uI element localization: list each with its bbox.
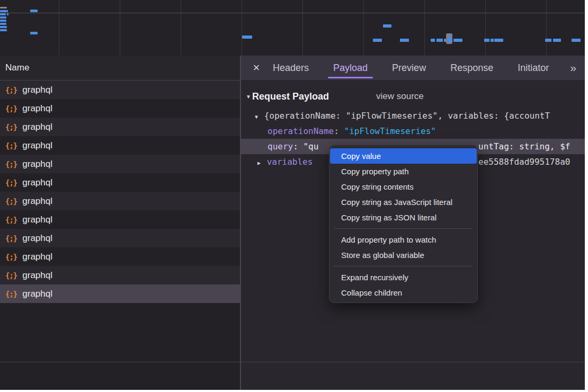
- section-title: Request Payload: [252, 91, 329, 102]
- table-row[interactable]: {;}graphql: [0, 173, 240, 192]
- overview-request-bar: [436, 39, 443, 42]
- detail-tabbar: × HeadersPayloadPreviewResponseInitiator…: [241, 56, 585, 80]
- tab-payload[interactable]: Payload: [332, 56, 369, 80]
- table-row[interactable]: {;}graphql: [0, 247, 240, 266]
- root-preview-text: {operationName: "ipFlowTimeseries", vari…: [264, 111, 550, 121]
- request-name-label: graphql: [22, 85, 52, 95]
- payload-root-node[interactable]: ▼ {operationName: "ipFlowTimeseries", va…: [255, 109, 550, 123]
- request-name-label: graphql: [22, 196, 52, 207]
- overview-request-bar: [0, 16, 6, 19]
- menu-separator: [334, 228, 473, 229]
- section-collapse-icon[interactable]: ▼: [246, 94, 251, 100]
- root-collapse-icon[interactable]: ▼: [255, 114, 258, 120]
- json-braces-icon: {;}: [5, 197, 17, 206]
- table-row[interactable]: {;}graphql: [0, 192, 240, 210]
- tab-response[interactable]: Response: [449, 56, 494, 80]
- overview-request-bar: [7, 13, 8, 15]
- summary-divider: [0, 362, 585, 362]
- requests-panel: Name {;}graphql{;}graphql{;}graphql{;}gr…: [0, 56, 240, 390]
- table-row[interactable]: {;}graphql: [0, 155, 240, 173]
- json-braces-icon: {;}: [5, 160, 17, 168]
- overview-gridline: [546, 0, 547, 56]
- overview-request-bar: [373, 39, 382, 42]
- request-name-label: graphql: [22, 140, 52, 151]
- json-braces-icon: {;}: [5, 271, 17, 280]
- overview-lane-divider: [0, 13, 585, 13]
- request-name-label: graphql: [22, 159, 52, 170]
- json-braces-icon: {;}: [5, 216, 17, 224]
- property-value-right-fragment: untTag: string, $f: [478, 139, 570, 154]
- screenshot-page: Name {;}graphql{;}graphql{;}graphql{;}gr…: [0, 0, 588, 392]
- menu-item-copy-string-contents[interactable]: Copy string contents: [329, 179, 478, 194]
- table-row[interactable]: {;}graphql: [0, 136, 240, 155]
- json-braces-icon: {;}: [5, 104, 17, 113]
- property-key: query: [268, 141, 293, 152]
- name-column-header[interactable]: Name: [0, 56, 240, 81]
- menu-item-copy-value[interactable]: Copy value: [330, 148, 477, 164]
- request-payload-section[interactable]: ▼ Request Payload: [246, 89, 329, 104]
- table-row[interactable]: {;}graphql: [0, 210, 240, 229]
- json-braces-icon: {;}: [5, 141, 17, 150]
- request-name-label: graphql: [22, 252, 52, 262]
- menu-item-add-property-path-to-watch[interactable]: Add property path to watch: [329, 232, 478, 247]
- json-braces-icon: {;}: [5, 253, 17, 261]
- overview-request-bar: [572, 39, 581, 42]
- detail-tabs: HeadersPayloadPreviewResponseInitiator: [272, 56, 550, 80]
- overview-request-bar: [448, 39, 452, 42]
- name-column-label: Name: [5, 63, 29, 73]
- menu-item-collapse-children[interactable]: Collapse children: [329, 285, 478, 300]
- overview-request-bar: [383, 24, 391, 28]
- property-value-left-fragment: "qu: [303, 141, 318, 152]
- menu-item-store-as-global-variable[interactable]: Store as global variable: [329, 247, 478, 263]
- close-icon[interactable]: ×: [250, 56, 263, 80]
- overview-request-bar: [494, 39, 503, 42]
- overview-request-bar: [553, 39, 561, 42]
- tab-initiator[interactable]: Initiator: [516, 56, 550, 80]
- more-tabs-icon[interactable]: »: [570, 61, 576, 74]
- json-braces-icon: {;}: [5, 179, 17, 187]
- overview-request-bar: [0, 7, 7, 8]
- overview-gridline: [363, 0, 364, 56]
- request-list: {;}graphql{;}graphql{;}graphql{;}graphql…: [0, 81, 240, 303]
- overview-gridline: [485, 0, 486, 56]
- property-key: variables: [267, 157, 313, 167]
- payload-row-operationName[interactable]: operationName: "ipFlowTimeseries": [268, 123, 436, 139]
- overview-gridline: [59, 0, 59, 56]
- overview-request-bar: [491, 39, 494, 42]
- table-row[interactable]: {;}graphql: [0, 229, 240, 247]
- overview-request-bar: [400, 39, 409, 42]
- table-row[interactable]: {;}graphql: [0, 99, 240, 118]
- request-name-label: graphql: [22, 103, 52, 114]
- menu-item-copy-string-as-json-literal[interactable]: Copy string as JSON literal: [329, 210, 478, 225]
- request-name-label: graphql: [22, 233, 52, 244]
- overview-request-bar: [453, 39, 462, 42]
- table-row[interactable]: {;}graphql: [0, 266, 240, 284]
- table-row[interactable]: {;}graphql: [0, 81, 240, 99]
- view-source-link[interactable]: view source: [376, 89, 424, 104]
- overview-request-bar: [30, 10, 38, 12]
- menu-item-copy-string-as-javascript-literal[interactable]: Copy string as JavaScript literal: [329, 194, 478, 210]
- overview-request-bar: [0, 23, 6, 25]
- overview-gridline: [242, 0, 242, 56]
- menu-item-expand-recursively[interactable]: Expand recursively: [329, 270, 478, 285]
- network-overview-timeline[interactable]: [0, 0, 585, 56]
- json-braces-icon: {;}: [5, 290, 17, 298]
- json-braces-icon: {;}: [5, 234, 17, 243]
- tab-headers[interactable]: Headers: [272, 56, 310, 80]
- devtools-network-panel: Name {;}graphql{;}graphql{;}graphql{;}gr…: [0, 0, 585, 390]
- table-row[interactable]: {;}graphql: [0, 118, 240, 136]
- overview-gridline: [120, 0, 120, 56]
- tab-preview[interactable]: Preview: [391, 56, 427, 80]
- json-braces-icon: {;}: [5, 86, 17, 94]
- key-separator: :: [293, 141, 298, 152]
- menu-separator: [334, 266, 473, 266]
- overview-gridline: [424, 0, 425, 56]
- payload-row-variables[interactable]: ▶ variables: [257, 154, 313, 170]
- request-name-label: graphql: [22, 289, 52, 299]
- request-name-label: graphql: [22, 177, 52, 188]
- expand-icon[interactable]: ▶: [257, 160, 261, 166]
- request-name-label: graphql: [22, 215, 52, 225]
- table-row[interactable]: {;}graphql: [0, 284, 240, 303]
- overview-request-bar: [0, 26, 7, 28]
- menu-item-copy-property-path[interactable]: Copy property path: [329, 164, 478, 179]
